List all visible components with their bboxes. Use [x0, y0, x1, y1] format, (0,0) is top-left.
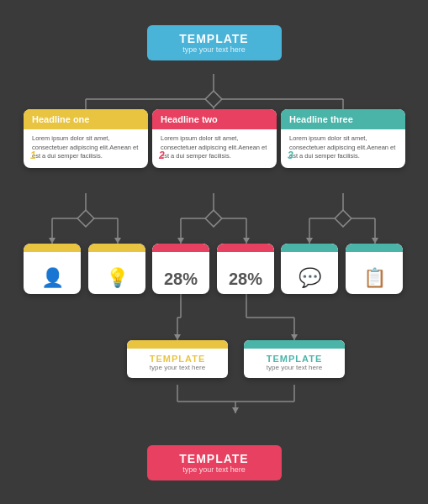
- icon-card-3: 28%: [152, 244, 209, 294]
- bottom-template-2[interactable]: TEMPLATE type your text here: [244, 340, 345, 378]
- percent-1-value: 28%: [164, 270, 198, 289]
- top-template-title: TEMPLATE: [157, 32, 272, 45]
- bt2-subtitle: type your text here: [252, 364, 336, 371]
- bt2-title: TEMPLATE: [252, 354, 336, 364]
- headline-card-1: Headline one Lorem ipsum dolor sit amet,…: [24, 109, 148, 168]
- svg-rect-39: [335, 210, 351, 227]
- bottom-template-1[interactable]: TEMPLATE type your text here: [127, 340, 228, 378]
- card-3-number: 3: [288, 150, 293, 161]
- final-template-title: TEMPLATE: [157, 452, 272, 465]
- svg-rect-36: [205, 91, 222, 108]
- card-1-body: Lorem ipsum dolor sit amet, consectetuer…: [24, 129, 148, 168]
- icon-card-2: 💡: [88, 244, 145, 294]
- card-1-number: 1: [30, 150, 36, 161]
- main-container: TEMPLATE type your text here Headline on…: [0, 0, 428, 504]
- svg-rect-37: [77, 210, 94, 227]
- bt2-bar: [244, 340, 345, 349]
- ic6-bar: [346, 244, 403, 252]
- icon-card-4: 28%: [217, 244, 274, 294]
- document-icon: 📋: [363, 267, 386, 289]
- svg-marker-16: [243, 238, 250, 244]
- final-template-subtitle: type your text here: [157, 465, 272, 474]
- svg-rect-38: [205, 210, 222, 227]
- ic5-bar: [281, 244, 338, 252]
- card-3-body: Lorem ipsum dolor sit amet, consectetuer…: [281, 129, 405, 168]
- svg-marker-35: [232, 407, 239, 413]
- bt1-subtitle: type your text here: [135, 364, 219, 371]
- person-icon: 👤: [41, 267, 64, 289]
- card-2-header: Headline two: [152, 109, 277, 129]
- headline-card-3: Headline three Lorem ipsum dolor sit ame…: [281, 109, 405, 168]
- final-template-box[interactable]: TEMPLATE type your text here: [147, 445, 282, 480]
- bt1-bar: [127, 340, 228, 349]
- svg-marker-30: [291, 334, 298, 340]
- svg-marker-10: [114, 238, 121, 244]
- icon-card-6: 📋: [346, 244, 403, 294]
- svg-marker-22: [372, 238, 378, 244]
- ic3-bar: [152, 244, 209, 252]
- bt1-title: TEMPLATE: [135, 354, 219, 364]
- svg-marker-28: [174, 334, 181, 340]
- ic1-bar: [24, 244, 81, 252]
- ic2-bar: [88, 244, 145, 252]
- svg-marker-21: [306, 238, 313, 244]
- chat-icon: 💬: [299, 267, 321, 289]
- ic4-bar: [217, 244, 274, 252]
- svg-marker-15: [177, 238, 184, 244]
- icon-card-5: 💬: [281, 244, 338, 294]
- card-2-number: 2: [159, 150, 165, 161]
- headline-card-2: Headline two Lorem ipsum dolor sit amet,…: [152, 109, 277, 168]
- lightbulb-icon: 💡: [106, 267, 129, 289]
- card-3-header: Headline three: [281, 109, 405, 129]
- percent-2-value: 28%: [229, 270, 262, 289]
- top-template-subtitle: type your text here: [157, 45, 272, 54]
- card-2-body: Lorem ipsum dolor sit amet, consectetuer…: [152, 129, 277, 168]
- svg-marker-9: [49, 238, 55, 244]
- icon-card-1: 👤: [24, 244, 81, 294]
- top-template-box[interactable]: TEMPLATE type your text here: [147, 25, 282, 60]
- card-1-header: Headline one: [24, 109, 148, 129]
